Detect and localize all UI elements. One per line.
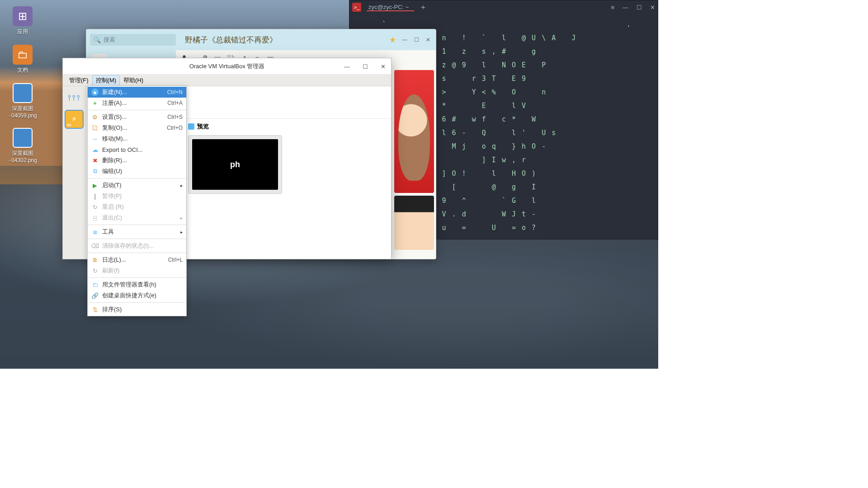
menu-item[interactable]: 🗀用文件管理器查看(h) — [88, 279, 186, 290]
icon-label: 深度截图 ··04059.png — [8, 105, 37, 119]
menu-item-icon: ⇅ — [91, 306, 99, 313]
menu-item[interactable]: +注册(A)...Ctrl+A — [88, 98, 186, 108]
menu-item[interactable]: ⇅排序(S) — [88, 304, 186, 315]
menu-item-label: 排序(S) — [102, 305, 183, 314]
menu-item-icon: ⧉ — [91, 168, 99, 175]
menu-item-label: 工具 — [102, 228, 177, 236]
image-icon — [13, 128, 33, 148]
close-button[interactable]: ✕ — [424, 37, 432, 43]
menu-item-icon: ‖ — [91, 192, 99, 200]
desktop-icons: ⊞ 应用 🗀 文档 深度截图 ··04059.png 深度截图 ··04302.… — [5, 5, 41, 165]
menu-item-icon: ≣ — [91, 228, 99, 235]
menu-item-label: 重启 (R) — [102, 203, 183, 211]
menu-item-icon: ⍈ — [91, 214, 99, 221]
menu-item-label: 复制(O)... — [102, 124, 163, 132]
minimize-button[interactable]: — — [623, 4, 628, 11]
new-tab-button[interactable]: ＋ — [420, 3, 427, 12]
menu-item[interactable]: ⚙设置(S)...Ctrl+S — [88, 112, 186, 122]
icon-label: 文档 — [17, 66, 28, 74]
image-icon — [13, 83, 33, 103]
menubar: 管理(F) 控制(M) 帮助(H) — [63, 75, 391, 86]
search-input[interactable]: 🔍 搜索 — [90, 34, 176, 46]
preview-thumbnail: ph — [192, 139, 278, 190]
menu-item[interactable]: 🔗创建桌面快捷方式(e) — [88, 290, 186, 301]
menu-item[interactable]: ●新建(N)...Ctrl+N — [88, 87, 186, 98]
terminal-tab[interactable]: zyc@zyc-PC: ~ — [367, 4, 414, 11]
menu-manage[interactable]: 管理(F) — [66, 75, 92, 86]
icon-label: 应用 — [17, 28, 28, 36]
menu-item-icon: ▶ — [91, 182, 99, 189]
menu-item-icon: + — [91, 99, 99, 107]
terminal-titlebar[interactable]: >_ zyc@zyc-PC: ~ ＋ ≡ — ☐ ✕ — [349, 0, 658, 14]
app-launcher[interactable]: ⊞ 应用 — [5, 5, 41, 38]
vm-preview-panel: 预览 ph — [181, 119, 391, 259]
menu-item-label: 刷新(f) — [102, 267, 183, 275]
menu-item-icon: ☁ — [91, 146, 99, 153]
menu-item-label: 创建桌面快捷方式(e) — [102, 291, 183, 300]
menu-item-label: 编组(U) — [102, 167, 183, 175]
menu-item-icon: ⿻ — [91, 124, 99, 131]
menu-item[interactable]: ▶启动(T)▸ — [88, 180, 186, 191]
search-icon: 🔍 — [94, 37, 101, 43]
menu-item-label: 删除(R)... — [102, 156, 183, 164]
menu-item[interactable]: ⧉编组(U) — [88, 166, 186, 177]
chat-title: 野橘子《总裁错过不再爱》 — [185, 35, 385, 45]
menu-item[interactable]: ↔移动(M)... — [88, 133, 186, 144]
app-grid-icon: ⊞ — [13, 6, 33, 26]
vm-list-sidebar: ⫯⫯⫯ P — [63, 86, 86, 259]
control-menu-dropdown: ●新建(N)...Ctrl+N+注册(A)...Ctrl+A⚙设置(S)...C… — [87, 85, 187, 316]
menu-item-label: 用文件管理器查看(h) — [102, 281, 183, 289]
menu-item: ⍈退出(C)▸ — [88, 212, 186, 223]
menu-item[interactable]: 🗎日志(L)...Ctrl+L — [88, 254, 186, 265]
menu-item[interactable]: ≣工具▸ — [88, 226, 186, 237]
maximize-button[interactable]: ☐ — [412, 37, 420, 43]
icon-label: 深度截图 ··04302.png — [8, 150, 37, 164]
menu-item-icon: ↻ — [91, 203, 99, 211]
tools-button[interactable]: ⫯⫯⫯ — [65, 88, 84, 107]
terminal-icon: >_ — [352, 3, 361, 12]
avatar-panel — [392, 68, 436, 259]
maximize-button[interactable]: ☐ — [637, 4, 642, 11]
star-icon[interactable]: ★ — [389, 35, 396, 45]
menu-control[interactable]: 控制(M) — [92, 75, 120, 86]
documents-folder[interactable]: 🗀 文档 — [5, 43, 41, 76]
menu-item-icon: ⚙ — [91, 113, 99, 121]
menu-item-label: 清除保存的状态(I)... — [102, 242, 183, 250]
menu-item-icon: ↔ — [91, 135, 99, 142]
user-avatar[interactable] — [394, 196, 434, 250]
menu-item-icon: 🗎 — [91, 256, 99, 263]
maximize-button[interactable]: ☐ — [360, 61, 371, 72]
menu-item: ↻刷新(f) — [88, 265, 186, 276]
folder-icon: 🗀 — [13, 45, 33, 65]
window-titlebar[interactable]: Oracle VM VirtualBox 管理器 — ☐ ✕ — [63, 58, 391, 75]
menu-item[interactable]: ✖删除(R)... — [88, 155, 186, 166]
menu-item-icon: ✖ — [91, 157, 99, 164]
menu-item[interactable]: ⿻复制(O)...Ctrl+O — [88, 122, 186, 133]
screenshot-file[interactable]: 深度截图 ··04302.png — [5, 126, 41, 165]
close-button[interactable]: ✕ — [650, 4, 655, 11]
menu-button[interactable]: ≡ — [611, 4, 614, 11]
window-title: Oracle VM VirtualBox 管理器 — [189, 62, 265, 70]
menu-item-label: 日志(L)... — [102, 256, 165, 264]
preview-header: 预览 — [188, 122, 385, 131]
menu-item: ⌫清除保存的状态(I)... — [88, 240, 186, 251]
menu-item-icon: 🗀 — [91, 281, 99, 288]
preview-frame[interactable]: ph — [188, 135, 282, 194]
screenshot-file[interactable]: 深度截图 ··04059.png — [5, 81, 41, 121]
menu-item-label: 设置(S)... — [102, 113, 164, 121]
menu-item-label: 启动(T) — [102, 181, 177, 189]
menu-item-label: 退出(C) — [102, 214, 177, 222]
menu-item[interactable]: ☁Export to OCI... — [88, 144, 186, 155]
menu-item-label: Export to OCI... — [102, 146, 183, 153]
menu-item-icon: ↻ — [91, 267, 99, 274]
menu-help[interactable]: 帮助(H) — [120, 75, 147, 86]
virtualbox-window: Oracle VM VirtualBox 管理器 — ☐ ✕ 管理(F) 控制(… — [62, 58, 392, 259]
close-button[interactable]: ✕ — [378, 61, 388, 72]
menu-item-label: 新建(N)... — [102, 88, 164, 96]
minimize-button[interactable]: — — [341, 61, 353, 72]
menu-item-label: 移动(M)... — [102, 135, 183, 143]
chat-header[interactable]: 🔍 搜索 野橘子《总裁错过不再爱》 ★ — ☐ ✕ — [86, 29, 436, 50]
user-avatar[interactable] — [394, 70, 434, 193]
minimize-button[interactable]: — — [401, 37, 409, 43]
vm-item-ph[interactable]: P — [65, 110, 84, 129]
